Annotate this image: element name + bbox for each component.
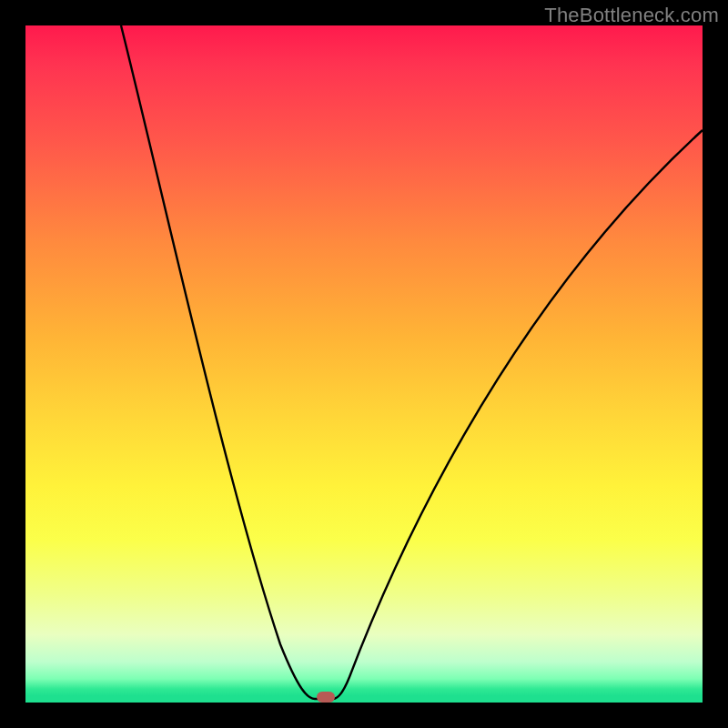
watermark-text: TheBottleneck.com [544,4,719,27]
optimal-point-marker [317,692,335,703]
plot-area [25,25,703,703]
chart-frame: TheBottleneck.com [0,0,728,728]
curve-svg [25,25,703,703]
bottleneck-curve [121,25,703,699]
